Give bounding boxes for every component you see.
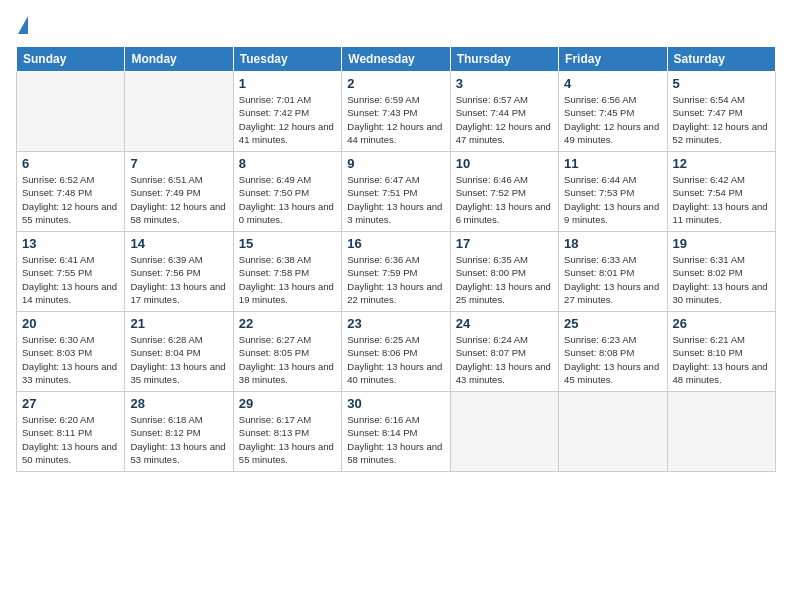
day-info: Sunrise: 6:59 AM Sunset: 7:43 PM Dayligh… <box>347 93 444 146</box>
day-info: Sunrise: 6:35 AM Sunset: 8:00 PM Dayligh… <box>456 253 553 306</box>
day-info: Sunrise: 6:54 AM Sunset: 7:47 PM Dayligh… <box>673 93 770 146</box>
day-header-monday: Monday <box>125 47 233 72</box>
calendar-cell: 6Sunrise: 6:52 AM Sunset: 7:48 PM Daylig… <box>17 152 125 232</box>
day-info: Sunrise: 6:38 AM Sunset: 7:58 PM Dayligh… <box>239 253 336 306</box>
day-info: Sunrise: 6:16 AM Sunset: 8:14 PM Dayligh… <box>347 413 444 466</box>
calendar-cell <box>667 392 775 472</box>
day-info: Sunrise: 6:44 AM Sunset: 7:53 PM Dayligh… <box>564 173 661 226</box>
calendar-cell: 23Sunrise: 6:25 AM Sunset: 8:06 PM Dayli… <box>342 312 450 392</box>
day-number: 26 <box>673 316 770 331</box>
calendar-cell: 8Sunrise: 6:49 AM Sunset: 7:50 PM Daylig… <box>233 152 341 232</box>
day-info: Sunrise: 6:28 AM Sunset: 8:04 PM Dayligh… <box>130 333 227 386</box>
day-number: 23 <box>347 316 444 331</box>
day-info: Sunrise: 6:17 AM Sunset: 8:13 PM Dayligh… <box>239 413 336 466</box>
day-number: 17 <box>456 236 553 251</box>
calendar-cell: 9Sunrise: 6:47 AM Sunset: 7:51 PM Daylig… <box>342 152 450 232</box>
calendar-cell: 28Sunrise: 6:18 AM Sunset: 8:12 PM Dayli… <box>125 392 233 472</box>
day-number: 16 <box>347 236 444 251</box>
day-info: Sunrise: 6:23 AM Sunset: 8:08 PM Dayligh… <box>564 333 661 386</box>
week-row-2: 6Sunrise: 6:52 AM Sunset: 7:48 PM Daylig… <box>17 152 776 232</box>
week-row-1: 1Sunrise: 7:01 AM Sunset: 7:42 PM Daylig… <box>17 72 776 152</box>
calendar-cell: 29Sunrise: 6:17 AM Sunset: 8:13 PM Dayli… <box>233 392 341 472</box>
week-row-3: 13Sunrise: 6:41 AM Sunset: 7:55 PM Dayli… <box>17 232 776 312</box>
calendar-table: SundayMondayTuesdayWednesdayThursdayFrid… <box>16 46 776 472</box>
day-number: 14 <box>130 236 227 251</box>
day-number: 9 <box>347 156 444 171</box>
calendar-cell: 30Sunrise: 6:16 AM Sunset: 8:14 PM Dayli… <box>342 392 450 472</box>
calendar-header-row: SundayMondayTuesdayWednesdayThursdayFrid… <box>17 47 776 72</box>
day-number: 4 <box>564 76 661 91</box>
calendar-cell: 24Sunrise: 6:24 AM Sunset: 8:07 PM Dayli… <box>450 312 558 392</box>
logo <box>16 16 28 36</box>
day-number: 12 <box>673 156 770 171</box>
day-info: Sunrise: 6:20 AM Sunset: 8:11 PM Dayligh… <box>22 413 119 466</box>
day-number: 18 <box>564 236 661 251</box>
day-info: Sunrise: 6:24 AM Sunset: 8:07 PM Dayligh… <box>456 333 553 386</box>
calendar-cell: 13Sunrise: 6:41 AM Sunset: 7:55 PM Dayli… <box>17 232 125 312</box>
day-info: Sunrise: 6:25 AM Sunset: 8:06 PM Dayligh… <box>347 333 444 386</box>
calendar-cell <box>450 392 558 472</box>
day-number: 11 <box>564 156 661 171</box>
day-number: 22 <box>239 316 336 331</box>
day-number: 10 <box>456 156 553 171</box>
day-header-sunday: Sunday <box>17 47 125 72</box>
day-info: Sunrise: 6:21 AM Sunset: 8:10 PM Dayligh… <box>673 333 770 386</box>
day-info: Sunrise: 6:51 AM Sunset: 7:49 PM Dayligh… <box>130 173 227 226</box>
day-info: Sunrise: 6:57 AM Sunset: 7:44 PM Dayligh… <box>456 93 553 146</box>
page-header <box>16 16 776 36</box>
calendar-cell <box>17 72 125 152</box>
calendar-cell: 12Sunrise: 6:42 AM Sunset: 7:54 PM Dayli… <box>667 152 775 232</box>
calendar-cell: 11Sunrise: 6:44 AM Sunset: 7:53 PM Dayli… <box>559 152 667 232</box>
day-info: Sunrise: 6:47 AM Sunset: 7:51 PM Dayligh… <box>347 173 444 226</box>
day-number: 27 <box>22 396 119 411</box>
calendar-cell: 5Sunrise: 6:54 AM Sunset: 7:47 PM Daylig… <box>667 72 775 152</box>
day-number: 30 <box>347 396 444 411</box>
day-number: 21 <box>130 316 227 331</box>
calendar-cell: 25Sunrise: 6:23 AM Sunset: 8:08 PM Dayli… <box>559 312 667 392</box>
day-info: Sunrise: 6:18 AM Sunset: 8:12 PM Dayligh… <box>130 413 227 466</box>
day-number: 6 <box>22 156 119 171</box>
day-info: Sunrise: 6:31 AM Sunset: 8:02 PM Dayligh… <box>673 253 770 306</box>
day-number: 19 <box>673 236 770 251</box>
day-header-saturday: Saturday <box>667 47 775 72</box>
calendar-cell: 10Sunrise: 6:46 AM Sunset: 7:52 PM Dayli… <box>450 152 558 232</box>
day-number: 13 <box>22 236 119 251</box>
calendar-cell: 20Sunrise: 6:30 AM Sunset: 8:03 PM Dayli… <box>17 312 125 392</box>
day-number: 2 <box>347 76 444 91</box>
calendar-cell: 14Sunrise: 6:39 AM Sunset: 7:56 PM Dayli… <box>125 232 233 312</box>
calendar-cell: 19Sunrise: 6:31 AM Sunset: 8:02 PM Dayli… <box>667 232 775 312</box>
calendar-cell: 27Sunrise: 6:20 AM Sunset: 8:11 PM Dayli… <box>17 392 125 472</box>
day-info: Sunrise: 6:33 AM Sunset: 8:01 PM Dayligh… <box>564 253 661 306</box>
day-number: 8 <box>239 156 336 171</box>
calendar-cell: 22Sunrise: 6:27 AM Sunset: 8:05 PM Dayli… <box>233 312 341 392</box>
day-number: 25 <box>564 316 661 331</box>
calendar-cell: 7Sunrise: 6:51 AM Sunset: 7:49 PM Daylig… <box>125 152 233 232</box>
day-header-thursday: Thursday <box>450 47 558 72</box>
day-number: 7 <box>130 156 227 171</box>
day-info: Sunrise: 6:36 AM Sunset: 7:59 PM Dayligh… <box>347 253 444 306</box>
calendar-cell: 17Sunrise: 6:35 AM Sunset: 8:00 PM Dayli… <box>450 232 558 312</box>
calendar-cell: 3Sunrise: 6:57 AM Sunset: 7:44 PM Daylig… <box>450 72 558 152</box>
calendar-cell <box>559 392 667 472</box>
calendar-cell: 21Sunrise: 6:28 AM Sunset: 8:04 PM Dayli… <box>125 312 233 392</box>
day-info: Sunrise: 6:27 AM Sunset: 8:05 PM Dayligh… <box>239 333 336 386</box>
day-info: Sunrise: 6:46 AM Sunset: 7:52 PM Dayligh… <box>456 173 553 226</box>
day-number: 15 <box>239 236 336 251</box>
day-number: 28 <box>130 396 227 411</box>
day-info: Sunrise: 6:42 AM Sunset: 7:54 PM Dayligh… <box>673 173 770 226</box>
week-row-5: 27Sunrise: 6:20 AM Sunset: 8:11 PM Dayli… <box>17 392 776 472</box>
day-number: 1 <box>239 76 336 91</box>
day-info: Sunrise: 6:39 AM Sunset: 7:56 PM Dayligh… <box>130 253 227 306</box>
day-info: Sunrise: 7:01 AM Sunset: 7:42 PM Dayligh… <box>239 93 336 146</box>
day-header-friday: Friday <box>559 47 667 72</box>
calendar-cell: 2Sunrise: 6:59 AM Sunset: 7:43 PM Daylig… <box>342 72 450 152</box>
day-info: Sunrise: 6:41 AM Sunset: 7:55 PM Dayligh… <box>22 253 119 306</box>
day-number: 20 <box>22 316 119 331</box>
calendar-cell: 1Sunrise: 7:01 AM Sunset: 7:42 PM Daylig… <box>233 72 341 152</box>
calendar-cell: 26Sunrise: 6:21 AM Sunset: 8:10 PM Dayli… <box>667 312 775 392</box>
day-number: 5 <box>673 76 770 91</box>
calendar-cell: 16Sunrise: 6:36 AM Sunset: 7:59 PM Dayli… <box>342 232 450 312</box>
calendar-cell: 15Sunrise: 6:38 AM Sunset: 7:58 PM Dayli… <box>233 232 341 312</box>
day-number: 29 <box>239 396 336 411</box>
day-info: Sunrise: 6:30 AM Sunset: 8:03 PM Dayligh… <box>22 333 119 386</box>
